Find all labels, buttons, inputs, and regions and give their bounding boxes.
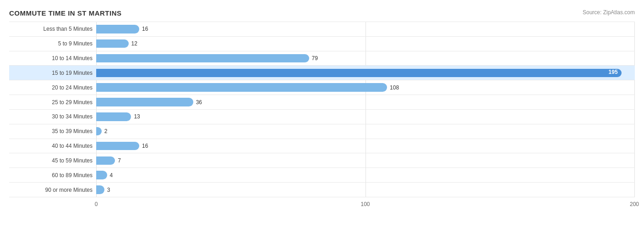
bar-fill — [96, 98, 193, 106]
bar-value: 195 — [609, 69, 618, 75]
bar-row: 45 to 59 Minutes7 — [9, 153, 635, 168]
bar-track: 108 — [96, 83, 635, 91]
bar-label: 5 to 9 Minutes — [9, 40, 96, 47]
bar-fill — [96, 25, 139, 33]
bar-track: 3 — [96, 185, 635, 194]
bar-value: 16 — [142, 26, 148, 32]
bar-label: 30 to 34 Minutes — [9, 113, 96, 120]
bar-value: 79 — [312, 55, 318, 61]
grid-label-0: 0 — [95, 201, 98, 207]
bar-track: 36 — [96, 98, 635, 106]
bar-fill — [96, 112, 131, 121]
bar-fill — [96, 127, 102, 135]
bar-value: 7 — [118, 157, 121, 164]
bar-value: 4 — [110, 172, 113, 179]
bar-fill: 195 — [96, 69, 622, 77]
bar-track: 16 — [96, 142, 635, 150]
bar-row: 35 to 39 Minutes2 — [9, 124, 635, 139]
bar-row: 60 to 89 Minutes4 — [9, 168, 635, 183]
bar-fill — [96, 39, 129, 48]
grid-label-100: 100 — [360, 201, 370, 207]
bar-row: 40 to 44 Minutes16 — [9, 139, 635, 154]
bar-label: 45 to 59 Minutes — [9, 157, 96, 164]
source-text: Source: ZipAtlas.com — [583, 9, 635, 16]
bar-label: 60 to 89 Minutes — [9, 172, 96, 179]
bar-row: 90 or more Minutes3 — [9, 183, 635, 197]
bar-track: 12 — [96, 39, 635, 48]
chart-container: COMMUTE TIME IN ST MARTINS Source: ZipAt… — [0, 0, 644, 240]
bar-value: 3 — [107, 187, 110, 193]
chart-area: 0 100 200 Less than 5 Minutes165 to 9 Mi… — [9, 22, 635, 211]
bar-fill — [96, 185, 104, 194]
bar-label: 20 to 24 Minutes — [9, 84, 96, 91]
bar-label: 25 to 29 Minutes — [9, 99, 96, 106]
bar-track: 16 — [96, 25, 635, 33]
chart-title: COMMUTE TIME IN ST MARTINS — [9, 9, 635, 17]
bar-label: 40 to 44 Minutes — [9, 143, 96, 149]
bar-fill — [96, 83, 387, 91]
bar-row: Less than 5 Minutes16 — [9, 22, 635, 37]
bar-label: 15 to 19 Minutes — [9, 70, 96, 76]
bar-row: 20 to 24 Minutes108 — [9, 80, 635, 95]
bar-fill — [96, 171, 107, 179]
bar-fill — [96, 142, 139, 150]
grid-label-200: 200 — [630, 201, 639, 207]
bar-track: 2 — [96, 127, 635, 135]
bar-fill — [96, 54, 309, 62]
bar-row: 15 to 19 Minutes195 — [9, 66, 635, 80]
bar-track: 7 — [96, 156, 635, 165]
bar-track: 4 — [96, 171, 635, 179]
bar-fill — [96, 156, 115, 165]
bar-row: 5 to 9 Minutes12 — [9, 37, 635, 51]
bars-wrapper: Less than 5 Minutes165 to 9 Minutes1210 … — [9, 22, 635, 197]
bar-label: 90 or more Minutes — [9, 187, 96, 193]
bar-value: 36 — [196, 99, 202, 106]
bar-track: 195 — [96, 69, 635, 77]
bar-value: 16 — [142, 143, 148, 149]
bar-value: 2 — [104, 128, 108, 134]
bar-row: 10 to 14 Minutes79 — [9, 51, 635, 66]
bar-label: 10 to 14 Minutes — [9, 55, 96, 61]
bar-label: 35 to 39 Minutes — [9, 128, 96, 134]
bar-value: 12 — [131, 40, 137, 47]
bar-track: 13 — [96, 112, 635, 121]
bar-track: 79 — [96, 54, 635, 62]
bar-row: 30 to 34 Minutes13 — [9, 110, 635, 124]
bar-value: 13 — [134, 113, 140, 120]
bar-label: Less than 5 Minutes — [9, 26, 96, 32]
bar-row: 25 to 29 Minutes36 — [9, 95, 635, 110]
bar-value: 108 — [390, 84, 399, 91]
